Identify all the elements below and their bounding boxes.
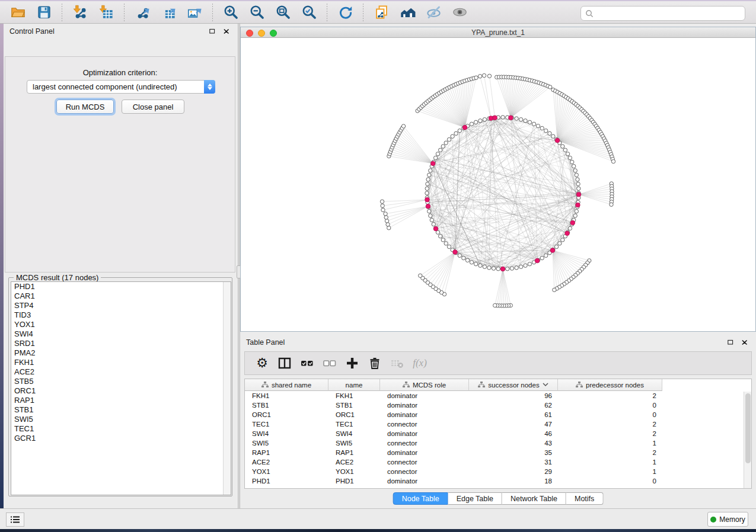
save-session-button[interactable] — [34, 3, 53, 22]
select-all-rows-button[interactable] — [297, 354, 317, 372]
tab-motifs[interactable]: Motifs — [566, 492, 603, 505]
tab-node-table[interactable]: Node Table — [393, 492, 448, 505]
import-network-icon — [72, 4, 88, 20]
window-close-icon[interactable] — [246, 30, 253, 37]
cell-predecessor-nodes: 2 — [558, 421, 662, 428]
search-input[interactable] — [594, 8, 745, 20]
search-icon — [585, 9, 594, 18]
table-toolbar: ⚙f(x) — [244, 351, 752, 375]
delete-column-button[interactable] — [365, 354, 385, 372]
network-graph[interactable] — [241, 38, 755, 331]
table-row[interactable]: SWI5SWI5connector431 — [245, 438, 751, 448]
mcds-result-item[interactable]: SWI4 — [11, 329, 231, 339]
table-row[interactable]: FKH1FKH1dominator962 — [245, 391, 751, 400]
show-all-button[interactable] — [450, 3, 469, 22]
mcds-result-item[interactable]: TID3 — [11, 310, 231, 320]
table-scrollbar-thumb[interactable] — [745, 393, 751, 463]
mcds-result-item[interactable]: RAP1 — [11, 396, 231, 405]
zoom-out-button[interactable] — [247, 3, 266, 22]
import-network-button[interactable] — [71, 3, 90, 22]
export-image-button[interactable] — [185, 3, 204, 22]
check-pair-icon — [300, 356, 314, 370]
table-row[interactable]: RAP1RAP1dominator352 — [245, 448, 751, 457]
main-toolbar — [0, 1, 756, 24]
mcds-result-item[interactable]: PHD1 — [11, 282, 231, 291]
mcds-list-scrollbar[interactable] — [223, 282, 231, 495]
import-table-button[interactable] — [97, 3, 116, 22]
cell-MCDS-role: connector — [380, 459, 469, 466]
table-panel-float-button[interactable] — [725, 338, 736, 347]
network-canvas[interactable] — [241, 38, 755, 331]
table-row[interactable]: PHD1PHD1dominator180 — [245, 476, 751, 486]
network-window-titlebar[interactable]: YPA_prune.txt_1 — [241, 27, 755, 38]
control-panel-close-button[interactable] — [221, 27, 232, 36]
table-panel-close-button[interactable] — [739, 338, 750, 347]
mcds-result-item[interactable]: TEC1 — [11, 424, 231, 434]
mcds-result-title: MCDS result (17 nodes) — [14, 273, 101, 282]
zoom-in-button[interactable] — [221, 3, 240, 22]
mcds-result-item[interactable]: GCR1 — [11, 434, 231, 443]
table-row[interactable]: TEC1TEC1connector472 — [245, 419, 751, 429]
mcds-result-item[interactable]: ORC1 — [11, 386, 231, 396]
zoom-selected-button[interactable] — [299, 3, 318, 22]
window-maximize-icon[interactable] — [270, 30, 277, 37]
column-header-successor-nodes[interactable]: successor nodes — [469, 379, 558, 391]
search-field[interactable] — [580, 6, 745, 21]
save-icon — [36, 4, 52, 20]
memory-button[interactable]: Memory — [707, 512, 748, 527]
duplicate-network-button[interactable] — [372, 3, 391, 22]
column-label: shared name — [272, 382, 311, 389]
criterion-select[interactable]: largest connected component (undirected) — [27, 80, 215, 94]
refresh-view-button[interactable] — [336, 3, 355, 22]
window-minimize-icon[interactable] — [258, 30, 265, 37]
open-session-button[interactable] — [8, 3, 27, 22]
export-table-button[interactable] — [159, 3, 178, 22]
mcds-result-item[interactable]: SWI5 — [11, 415, 231, 424]
run-mcds-button[interactable]: Run MCDS — [56, 100, 114, 114]
table-panel-title: Table Panel — [246, 338, 285, 347]
task-history-button[interactable] — [6, 512, 24, 527]
column-header-shared-name[interactable]: shared name — [245, 379, 328, 391]
table-row[interactable]: ORC1ORC1dominator610 — [245, 410, 751, 419]
mcds-result-item[interactable]: YOX1 — [11, 320, 231, 329]
mcds-result-item[interactable]: ACE2 — [11, 367, 231, 377]
column-header-name[interactable]: name — [328, 379, 380, 391]
mcds-result-item[interactable]: STB1 — [11, 405, 231, 415]
mcds-result-item[interactable]: CAR1 — [11, 291, 231, 301]
mcds-result-item[interactable]: STP4 — [11, 301, 231, 310]
close-panel-button[interactable]: Close panel — [122, 100, 184, 114]
table-row[interactable]: STB1STB1dominator620 — [245, 400, 751, 410]
export-network-button[interactable] — [133, 3, 152, 22]
zoom-fit-button[interactable] — [273, 3, 292, 22]
export-network-icon — [135, 4, 151, 20]
table-scrollbar[interactable] — [744, 392, 751, 489]
table-panel-titlebar: Table Panel — [240, 335, 756, 350]
column-header-MCDS-role[interactable]: MCDS role — [380, 379, 469, 391]
cell-shared-name: FKH1 — [245, 392, 328, 399]
mcds-result-item[interactable]: STB5 — [11, 377, 231, 386]
tab-network-table[interactable]: Network Table — [502, 492, 566, 505]
table-row[interactable]: SWI4SWI4dominator462 — [245, 429, 751, 438]
cell-name: ACE2 — [328, 459, 380, 466]
mcds-result-item[interactable]: PMA2 — [11, 348, 231, 358]
deselect-all-rows-button[interactable] — [320, 354, 340, 372]
add-column-button[interactable] — [342, 354, 362, 372]
mcds-result-item[interactable]: SRD1 — [11, 339, 231, 348]
cell-MCDS-role: dominator — [380, 411, 469, 418]
hide-selected-button[interactable] — [424, 3, 443, 22]
tab-edge-table[interactable]: Edge Table — [448, 492, 502, 505]
column-label: name — [346, 382, 363, 389]
cell-name: FKH1 — [328, 392, 380, 399]
mcds-result-list[interactable]: PHD1CAR1STP4TID3YOX1SWI4SRD1PMA2FKH1ACE2… — [11, 281, 231, 495]
mcds-result-item[interactable]: FKH1 — [11, 358, 231, 367]
table-x-icon — [390, 356, 404, 370]
table-settings-button[interactable]: ⚙ — [252, 354, 272, 372]
cell-shared-name: ACE2 — [245, 459, 328, 466]
column-header-predecessor-nodes[interactable]: predecessor nodes — [558, 379, 662, 391]
toolbar-separator — [124, 4, 125, 21]
table-row[interactable]: ACE2ACE2connector311 — [245, 457, 751, 467]
show-columns-button[interactable] — [275, 354, 295, 372]
table-row[interactable]: YOX1YOX1connector291 — [245, 467, 751, 476]
control-panel-float-button[interactable] — [207, 27, 218, 36]
first-neighbors-button[interactable] — [398, 3, 417, 22]
